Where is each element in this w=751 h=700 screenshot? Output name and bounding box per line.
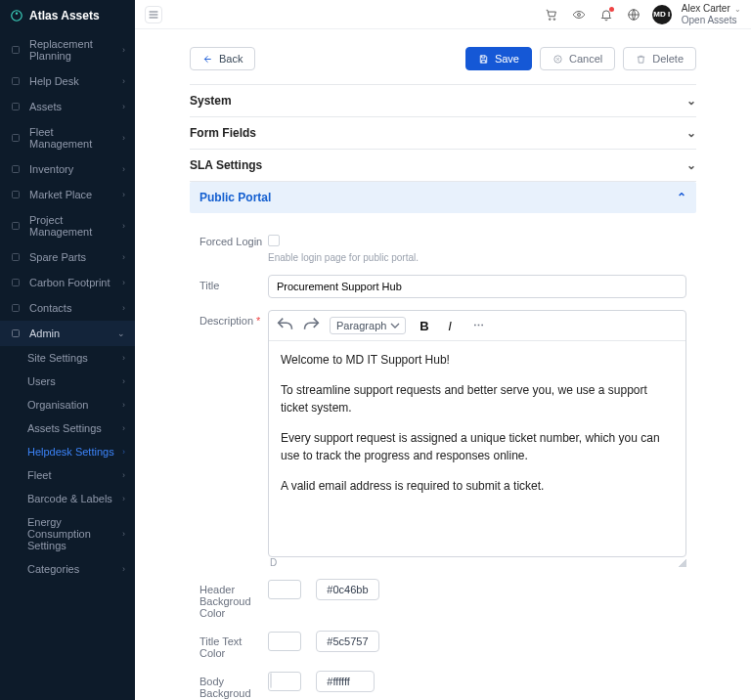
sidebar-item-admin[interactable]: Admin⌄ — [0, 321, 135, 346]
sidebar-subitem-label: Assets Settings — [27, 422, 102, 434]
cancel-label: Cancel — [569, 53, 602, 65]
delete-button[interactable]: Delete — [623, 47, 696, 70]
sidebar-subitem-assets-settings[interactable]: Assets Settings› — [27, 416, 135, 440]
svg-rect-12 — [13, 330, 20, 337]
svg-rect-6 — [13, 166, 20, 173]
sidebar-item-inventory[interactable]: Inventory› — [0, 156, 135, 182]
user-name: Alex Carter — [682, 3, 730, 14]
sidebar-item-label: Carbon Footprint — [29, 277, 110, 288]
sidebar-item-carbon-footprint[interactable]: Carbon Footprint› — [0, 270, 135, 295]
desc-p3: Every support request is assigned a uniq… — [281, 429, 674, 465]
sidebar-item-fleet-management[interactable]: Fleet Management› — [0, 119, 135, 156]
undo-button[interactable] — [275, 315, 296, 336]
accordion-public-portal-label: Public Portal — [199, 191, 271, 204]
title-text-swatch[interactable] — [268, 632, 301, 651]
sidebar-subitem-site-settings[interactable]: Site Settings› — [27, 346, 135, 370]
title-label: Title — [199, 275, 268, 291]
svg-point-14 — [553, 18, 555, 20]
chevron-right-icon: › — [122, 164, 125, 174]
sidebar-subitem-label: Helpdesk Settings — [27, 446, 114, 458]
truck-icon — [10, 132, 22, 144]
editor-status-char: D — [270, 557, 277, 568]
app-name: Atlas Assets — [29, 9, 100, 22]
sidebar-item-label: Assets — [29, 101, 62, 112]
svg-point-15 — [577, 13, 580, 16]
chevron-down-icon: ⌄ — [686, 126, 696, 140]
body-bg-label: Body Backgroud Color — [199, 671, 268, 700]
bold-button[interactable]: B — [414, 315, 435, 336]
chevron-right-icon: › — [122, 529, 125, 539]
back-label: Back — [219, 53, 243, 65]
more-button[interactable]: ⋯ — [468, 315, 490, 336]
eye-icon[interactable] — [570, 6, 588, 23]
accordion-form-fields[interactable]: Form Fields ⌄ — [190, 117, 696, 150]
accordion-system[interactable]: System ⌄ — [190, 85, 696, 117]
accordion-sla-label: SLA Settings — [190, 158, 262, 172]
sidebar-subitem-users[interactable]: Users› — [27, 370, 135, 393]
accordion-system-label: System — [190, 94, 232, 108]
app-logo[interactable]: Atlas Assets — [0, 0, 135, 31]
public-portal-body: Forced Login Enable login page for publi… — [190, 213, 696, 700]
question-icon — [10, 75, 22, 87]
desc-p2: To streamline support requests and bette… — [281, 381, 674, 417]
sidebar-item-market-place[interactable]: Market Place› — [0, 182, 135, 207]
sidebar-subitem-label: Organisation — [27, 399, 88, 411]
chevron-down-icon: ⌄ — [686, 158, 696, 172]
sidebar-subitem-helpdesk-settings[interactable]: Helpdesk Settings› — [27, 440, 135, 463]
sidebar-item-project-management[interactable]: Project Management› — [0, 207, 135, 244]
chevron-right-icon: › — [122, 353, 125, 363]
cart-icon[interactable] — [543, 6, 560, 23]
sidebar-item-spare-parts[interactable]: Spare Parts› — [0, 244, 135, 270]
chevron-right-icon: › — [122, 564, 125, 574]
sidebar-item-contacts[interactable]: Contacts› — [0, 295, 135, 321]
header-bg-label: Header Backgroud Color — [199, 579, 268, 619]
avatar[interactable]: MD I — [652, 5, 672, 24]
sidebar-item-replacement-planning[interactable]: Replacement Planning› — [0, 31, 135, 68]
sidebar-subitem-barcode-&-labels[interactable]: Barcode & Labels› — [27, 487, 135, 510]
sidebar-subitem-categories[interactable]: Categories› — [27, 557, 135, 581]
sidebar-subitem-fleet[interactable]: Fleet› — [27, 463, 135, 487]
desc-p1: Welcome to MD IT Support Hub! — [281, 351, 674, 370]
menu-toggle[interactable] — [145, 6, 162, 23]
body-bg-swatch[interactable] — [268, 672, 301, 691]
sidebar-subitem-label: Users — [27, 375, 56, 387]
italic-button[interactable]: I — [439, 315, 461, 336]
chevron-up-icon: ⌃ — [677, 191, 686, 204]
sidebar-item-help-desk[interactable]: Help Desk› — [0, 68, 135, 94]
sidebar-item-assets[interactable]: Assets› — [0, 94, 135, 119]
cancel-button[interactable]: Cancel — [540, 47, 615, 70]
bag-icon — [10, 189, 22, 200]
sidebar-subitem-energy-consumption-settings[interactable]: Energy Consumption Settings› — [27, 510, 135, 557]
body-bg-hex[interactable]: #ffffff — [316, 671, 375, 692]
description-editor: Paragraph B I ⋯ Welcome to MD IT Support… — [268, 310, 686, 557]
redo-button[interactable] — [300, 315, 322, 336]
back-button[interactable]: Back — [190, 47, 255, 70]
chevron-right-icon: › — [122, 102, 125, 111]
paragraph-style-select[interactable]: Paragraph — [330, 317, 406, 334]
header-bg-hex[interactable]: #0c46bb — [316, 579, 378, 600]
title-input[interactable] — [268, 275, 686, 298]
svg-rect-5 — [13, 135, 20, 142]
chevron-right-icon: › — [122, 252, 125, 262]
title-text-hex[interactable]: #5c5757 — [316, 631, 378, 652]
svg-rect-7 — [13, 192, 20, 198]
gear-icon — [10, 328, 22, 339]
forced-login-checkbox[interactable] — [268, 235, 280, 246]
svg-rect-2 — [13, 47, 20, 54]
page-toolbar: Back Save Cancel Delete — [190, 47, 696, 70]
user-menu[interactable]: Alex Carter ⌄ Open Assets — [682, 3, 741, 26]
sidebar-item-label: Contacts — [29, 302, 71, 314]
forced-login-help: Enable login page for public portal. — [268, 252, 686, 263]
sidebar-subitem-organisation[interactable]: Organisation› — [27, 393, 135, 416]
chevron-right-icon: › — [122, 494, 125, 503]
chevron-right-icon: › — [122, 303, 125, 313]
header-bg-swatch[interactable] — [268, 580, 301, 599]
accordion-sla[interactable]: SLA Settings ⌄ — [190, 150, 696, 182]
sidebar-item-label: Spare Parts — [29, 251, 86, 263]
svg-rect-11 — [13, 305, 20, 312]
save-button[interactable]: Save — [465, 47, 532, 70]
accordion-public-portal[interactable]: Public Portal ⌃ — [190, 182, 696, 213]
description-textarea[interactable]: Welcome to MD IT Support Hub! To streaml… — [269, 341, 685, 556]
globe-icon[interactable] — [625, 6, 642, 23]
bell-icon[interactable] — [597, 6, 615, 23]
